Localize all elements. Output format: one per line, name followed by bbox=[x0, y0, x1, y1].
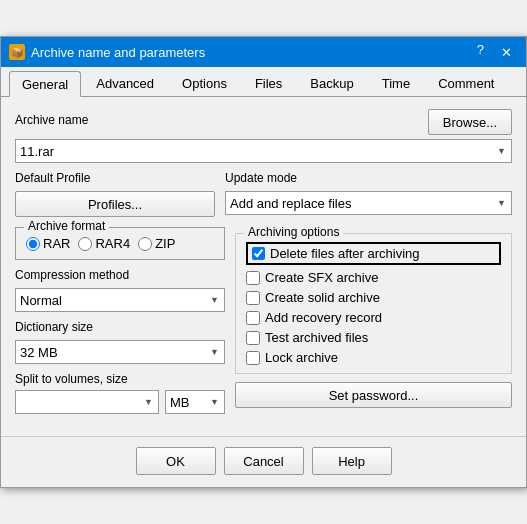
option-recovery-label: Add recovery record bbox=[265, 310, 382, 325]
radio-rar4-label[interactable]: RAR4 bbox=[78, 236, 130, 251]
profile-update-row: Default Profile Profiles... Update mode … bbox=[15, 171, 512, 217]
close-button[interactable]: ✕ bbox=[494, 42, 518, 62]
dictionary-size-label: Dictionary size bbox=[15, 320, 225, 334]
option-lock-label: Lock archive bbox=[265, 350, 338, 365]
main-content: Archive name Browse... 11.rar Default Pr… bbox=[1, 97, 526, 436]
set-password-button[interactable]: Set password... bbox=[235, 382, 512, 408]
compression-method-dropdown[interactable]: Store Fastest Fast Normal Good Best bbox=[15, 288, 225, 312]
browse-button[interactable]: Browse... bbox=[428, 109, 512, 135]
archive-format-legend: Archive format bbox=[24, 219, 109, 233]
radio-zip[interactable] bbox=[138, 237, 152, 251]
radio-rar4-text: RAR4 bbox=[95, 236, 130, 251]
format-options-row: Archive format RAR RAR4 ZIP bbox=[15, 227, 512, 414]
archive-name-label: Archive name bbox=[15, 113, 88, 127]
radio-zip-label[interactable]: ZIP bbox=[138, 236, 175, 251]
option-sfx-label: Create SFX archive bbox=[265, 270, 378, 285]
radio-rar[interactable] bbox=[26, 237, 40, 251]
tab-time[interactable]: Time bbox=[369, 71, 423, 96]
profiles-button[interactable]: Profiles... bbox=[15, 191, 215, 217]
default-profile-section: Default Profile Profiles... bbox=[15, 171, 215, 217]
update-mode-label: Update mode bbox=[225, 171, 512, 185]
radio-rar4[interactable] bbox=[78, 237, 92, 251]
checkbox-delete-files[interactable] bbox=[252, 247, 265, 260]
checkbox-recovery[interactable] bbox=[246, 311, 260, 325]
option-delete-files-label: Delete files after archiving bbox=[270, 246, 420, 261]
archiving-options-box: Archiving options Delete files after arc… bbox=[235, 233, 512, 374]
left-column: Archive format RAR RAR4 ZIP bbox=[15, 227, 225, 414]
tab-options[interactable]: Options bbox=[169, 71, 240, 96]
ok-button[interactable]: OK bbox=[136, 447, 216, 475]
tab-files[interactable]: Files bbox=[242, 71, 295, 96]
compression-method-section: Compression method Store Fastest Fast No… bbox=[15, 268, 225, 312]
dialog-window: 📦 Archive name and parameters ? ✕ Genera… bbox=[0, 36, 527, 488]
tab-general[interactable]: General bbox=[9, 71, 81, 97]
option-test-label: Test archived files bbox=[265, 330, 368, 345]
archive-format-radios: RAR RAR4 ZIP bbox=[26, 236, 214, 251]
default-profile-label: Default Profile bbox=[15, 171, 215, 185]
radio-rar-text: RAR bbox=[43, 236, 70, 251]
option-solid-label: Create solid archive bbox=[265, 290, 380, 305]
split-volumes-section: Split to volumes, size MB KB GB bbox=[15, 372, 225, 414]
title-bar-left: 📦 Archive name and parameters bbox=[9, 44, 205, 60]
compression-method-label: Compression method bbox=[15, 268, 225, 282]
window-title: Archive name and parameters bbox=[31, 45, 205, 60]
archive-name-section: Archive name Browse... 11.rar bbox=[15, 109, 512, 163]
title-controls: ? ✕ bbox=[477, 42, 518, 62]
checkbox-test[interactable] bbox=[246, 331, 260, 345]
tab-advanced[interactable]: Advanced bbox=[83, 71, 167, 96]
dictionary-size-dropdown[interactable]: 128 KB 256 KB 512 KB 1 MB 2 MB 4 MB 8 MB… bbox=[15, 340, 225, 364]
checkbox-lock[interactable] bbox=[246, 351, 260, 365]
radio-zip-text: ZIP bbox=[155, 236, 175, 251]
split-label: Split to volumes, size bbox=[15, 372, 225, 386]
checkbox-solid[interactable] bbox=[246, 291, 260, 305]
tab-comment[interactable]: Comment bbox=[425, 71, 507, 96]
checkbox-sfx[interactable] bbox=[246, 271, 260, 285]
help-button-footer[interactable]: Help bbox=[312, 447, 392, 475]
option-recovery-container: Add recovery record bbox=[246, 310, 501, 325]
dictionary-size-section: Dictionary size 128 KB 256 KB 512 KB 1 M… bbox=[15, 320, 225, 364]
option-sfx-container: Create SFX archive bbox=[246, 270, 501, 285]
set-password-container: Set password... bbox=[235, 382, 512, 408]
option-solid-container: Create solid archive bbox=[246, 290, 501, 305]
option-test-container: Test archived files bbox=[246, 330, 501, 345]
archive-format-box: Archive format RAR RAR4 ZIP bbox=[15, 227, 225, 260]
option-lock-container: Lock archive bbox=[246, 350, 501, 365]
title-bar: 📦 Archive name and parameters ? ✕ bbox=[1, 37, 526, 67]
app-icon: 📦 bbox=[9, 44, 25, 60]
archiving-options-legend: Archiving options bbox=[244, 225, 343, 239]
update-mode-section: Update mode Add and replace files Update… bbox=[225, 171, 512, 217]
archive-name-input[interactable]: 11.rar bbox=[15, 139, 512, 163]
split-unit-dropdown[interactable]: MB KB GB bbox=[165, 390, 225, 414]
update-mode-dropdown[interactable]: Add and replace files Update and add fil… bbox=[225, 191, 512, 215]
tab-bar: General Advanced Options Files Backup Ti… bbox=[1, 67, 526, 97]
tab-backup[interactable]: Backup bbox=[297, 71, 366, 96]
option-delete-files-container: Delete files after archiving bbox=[246, 242, 501, 265]
archiving-options-section: Archiving options Delete files after arc… bbox=[235, 227, 512, 414]
split-size-dropdown[interactable] bbox=[15, 390, 159, 414]
cancel-button[interactable]: Cancel bbox=[224, 447, 304, 475]
footer-buttons: OK Cancel Help bbox=[1, 436, 526, 487]
help-button[interactable]: ? bbox=[477, 42, 484, 62]
radio-rar-label[interactable]: RAR bbox=[26, 236, 70, 251]
